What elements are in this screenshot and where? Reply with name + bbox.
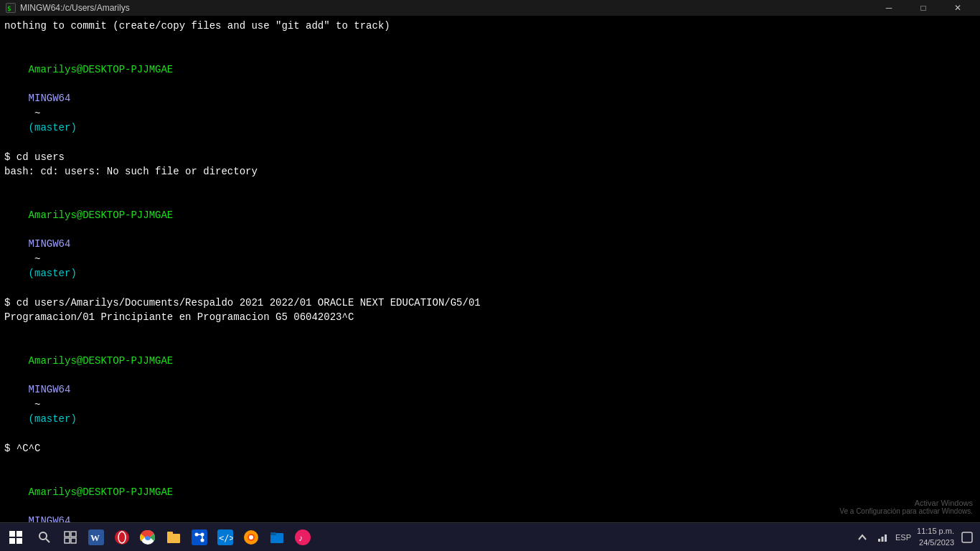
- terminal-line: [4, 324, 976, 339]
- activate-windows-notice: Activar Windows Ve a Configuración para …: [839, 499, 973, 515]
- files-icon: [269, 529, 285, 545]
- firefox-button[interactable]: [238, 523, 264, 552]
- files-button[interactable]: [264, 523, 290, 552]
- svg-rect-31: [878, 539, 880, 542]
- terminal-line: [4, 456, 976, 470]
- search-button[interactable]: [32, 523, 57, 552]
- terminal-line: [4, 179, 976, 193]
- terminal-prompt: Amarilys@DESKTOP-PJJMGAE MINGW64 ~ (mast…: [4, 48, 976, 150]
- terminal-line: bash: cd: users: No such file or directo…: [4, 164, 976, 179]
- misc-app-icon: ♪: [295, 529, 311, 545]
- opera-button[interactable]: [109, 523, 135, 552]
- svg-rect-6: [65, 538, 70, 543]
- svg-rect-33: [885, 534, 887, 542]
- terminal-prompt: Amarilys@DESKTOP-PJJMGAE MINGW64 ~ (mast…: [4, 194, 976, 296]
- titlebar-controls: ─ □ ✕: [872, 0, 974, 16]
- svg-rect-28: [270, 532, 276, 535]
- close-button[interactable]: ✕: [941, 0, 974, 16]
- terminal-line: Programacion/01 Principiante en Programa…: [4, 310, 976, 324]
- titlebar-left: $ MINGW64:/c/Users/Amarilys: [6, 3, 130, 13]
- svg-text:♪: ♪: [298, 533, 303, 543]
- terminal-line: $ ^C^C: [4, 441, 976, 456]
- svg-rect-16: [192, 529, 207, 545]
- titlebar-title: MINGW64:/c/Users/Amarilys: [20, 3, 130, 13]
- task-view-icon: [64, 531, 77, 544]
- svg-line-3: [46, 539, 50, 542]
- maximize-button[interactable]: □: [907, 0, 940, 16]
- clock-date: 24/5/2023: [917, 537, 954, 548]
- terminal-line: $ cd users: [4, 150, 976, 164]
- start-button[interactable]: [0, 523, 32, 552]
- svg-rect-5: [71, 532, 76, 537]
- svg-text:$: $: [7, 5, 11, 12]
- taskbar-right: ESP 11:15 p.m. 24/5/2023: [855, 523, 980, 552]
- opera-icon: [114, 529, 130, 545]
- prompt-user: Amarilys@DESKTOP-PJJMGAE: [29, 64, 174, 75]
- terminal-content: nothing to commit (create/copy files and…: [0, 16, 980, 522]
- prompt-mingw: MINGW64: [29, 93, 71, 104]
- terminal-line: [4, 33, 976, 47]
- firefox-icon: [243, 529, 259, 545]
- svg-point-2: [39, 532, 47, 540]
- terminal-prompt: Amarilys@DESKTOP-PJJMGAE MINGW64 ~ (mast…: [4, 470, 976, 522]
- git-button[interactable]: [187, 523, 212, 552]
- misc-app-button[interactable]: ♪: [290, 523, 316, 552]
- network-icon[interactable]: [875, 523, 890, 552]
- chrome-button[interactable]: [135, 523, 161, 552]
- svg-rect-15: [167, 532, 173, 535]
- tray-area[interactable]: [855, 523, 870, 552]
- search-icon: [38, 531, 51, 544]
- terminal-prompt: Amarilys@DESKTOP-PJJMGAE MINGW64 ~ (mast…: [4, 339, 976, 441]
- svg-rect-4: [65, 532, 70, 537]
- chevron-up-icon: [857, 532, 867, 542]
- svg-rect-34: [962, 532, 972, 542]
- explorer-icon: [166, 529, 182, 545]
- windows-logo-icon: [9, 531, 22, 544]
- terminal-line: nothing to commit (create/copy files and…: [4, 19, 976, 33]
- word-icon: W: [88, 529, 104, 545]
- word-button[interactable]: W: [83, 523, 109, 552]
- clock-time: 11:15 p.m.: [917, 526, 954, 537]
- svg-rect-32: [882, 537, 884, 542]
- svg-rect-7: [71, 538, 76, 543]
- chrome-icon: [140, 529, 156, 545]
- svg-point-10: [115, 530, 129, 545]
- terminal-icon: $: [6, 3, 16, 13]
- svg-text:</>: </>: [219, 533, 233, 543]
- svg-text:W: W: [90, 532, 100, 543]
- vscode-button[interactable]: </>: [212, 523, 238, 552]
- prompt-branch: (master): [29, 122, 77, 133]
- vscode-icon: </>: [217, 529, 233, 545]
- explorer-button[interactable]: [161, 523, 187, 552]
- task-view-button[interactable]: [57, 523, 83, 552]
- system-clock[interactable]: 11:15 p.m. 24/5/2023: [917, 526, 954, 548]
- titlebar: $ MINGW64:/c/Users/Amarilys ─ □ ✕: [0, 0, 980, 16]
- svg-rect-29: [295, 529, 311, 545]
- terminal-line: $ cd users/Amarilys/Documents/Respaldo 2…: [4, 296, 976, 310]
- language-indicator[interactable]: ESP: [895, 533, 911, 542]
- minimize-button[interactable]: ─: [872, 0, 905, 16]
- svg-point-26: [249, 535, 253, 540]
- git-icon: [192, 529, 207, 545]
- taskbar: W: [0, 522, 980, 551]
- notification-icon[interactable]: [960, 523, 974, 552]
